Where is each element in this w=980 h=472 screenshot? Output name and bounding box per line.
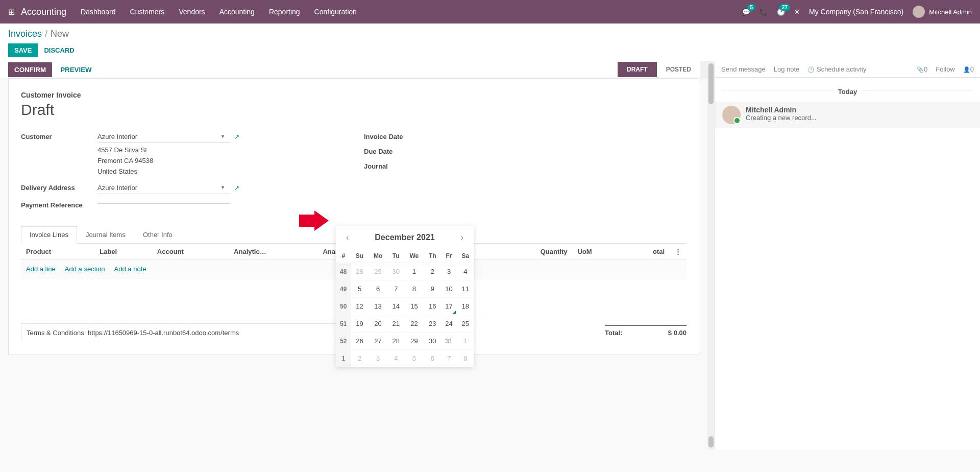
chevron-down-icon[interactable]: ▼ (220, 134, 225, 139)
log-note-button[interactable]: Log note (774, 65, 800, 73)
add-line-button[interactable]: Add a line (26, 265, 56, 273)
calendar-day[interactable]: 4 (457, 263, 474, 280)
statusbar: DRAFT POSTED (618, 62, 700, 77)
calendar-day[interactable]: 27 (368, 333, 387, 350)
menu-customers[interactable]: Customers (130, 8, 165, 16)
calendar-day[interactable]: 30 (388, 263, 404, 280)
calendar-day[interactable]: 16 (424, 298, 440, 315)
discard-button[interactable]: DISCARD (44, 43, 74, 57)
tab-other-info[interactable]: Other Info (134, 226, 181, 243)
payref-input[interactable] (97, 199, 230, 204)
add-section-button[interactable]: Add a section (65, 265, 105, 273)
col-analytic: Analytic… (229, 244, 317, 260)
add-note-button[interactable]: Add a note (114, 265, 146, 273)
calendar-day[interactable]: 9 (424, 280, 440, 298)
chevron-down-icon[interactable]: ▼ (220, 185, 225, 190)
breadcrumb-root[interactable]: Invoices (8, 29, 42, 39)
calendar-day[interactable]: 8 (404, 280, 424, 298)
calendar-day[interactable]: 6 (424, 350, 440, 367)
calendar-day[interactable]: 10 (441, 280, 457, 298)
external-link-icon[interactable]: ↗ (234, 133, 239, 140)
calendar-day[interactable]: 1 (404, 263, 424, 280)
user-menu[interactable]: Mitchell Admin (913, 6, 972, 18)
week-number: 49 (336, 280, 351, 298)
chatter-topbar: Send message Log note 🕐 Schedule activit… (715, 61, 980, 78)
followers-button[interactable]: 👤0 (963, 65, 974, 73)
col-uom: UoM (572, 244, 624, 260)
menu-accounting[interactable]: Accounting (219, 8, 255, 16)
breadcrumb: Invoices / New (8, 29, 972, 39)
calendar-day[interactable]: 14 (388, 298, 404, 315)
scrollbar[interactable] (700, 61, 707, 78)
calendar-day[interactable]: 12 (351, 298, 369, 315)
terms-box[interactable]: Terms & Conditions: https://11650969-15-… (21, 323, 358, 342)
save-button[interactable]: SAVE (8, 43, 38, 57)
calendar-day[interactable]: 5 (404, 350, 424, 367)
datepicker-title[interactable]: December 2021 (375, 233, 434, 242)
debug-icon[interactable]: ✕ (794, 8, 800, 16)
apps-icon[interactable]: ⊞ (8, 7, 15, 17)
app-name[interactable]: Accounting (21, 7, 66, 17)
clock-icon: 🕐 (807, 66, 815, 73)
calendar-day[interactable]: 22 (404, 315, 424, 333)
preview-button[interactable]: PREVIEW (60, 66, 91, 74)
tab-journal-items[interactable]: Journal Items (77, 226, 134, 243)
calendar-day[interactable]: 11 (457, 280, 474, 298)
calendar-day[interactable]: 3 (441, 263, 457, 280)
calendar-day[interactable]: 2 (351, 350, 369, 367)
menu-vendors[interactable]: Vendors (179, 8, 205, 16)
calendar-day[interactable]: 29 (404, 333, 424, 350)
calendar-day[interactable]: 1 (457, 333, 474, 350)
calendar-day[interactable]: 26 (351, 333, 369, 350)
calendar-day[interactable]: 25 (457, 315, 474, 333)
calendar-day[interactable]: 29 (368, 263, 387, 280)
calendar-day[interactable]: 18 (457, 298, 474, 315)
calendar-day[interactable]: 5 (351, 280, 369, 298)
calendar-day[interactable]: 19 (351, 315, 369, 333)
activity-icon[interactable]: 🕐27 (777, 8, 785, 16)
schedule-activity-button[interactable]: 🕐 Schedule activity (807, 65, 866, 73)
calendar-day[interactable]: 8 (457, 350, 474, 367)
calendar-day[interactable]: 6 (368, 280, 387, 298)
calendar-day[interactable]: 21 (388, 315, 404, 333)
tab-invoice-lines[interactable]: Invoice Lines (21, 226, 77, 244)
calendar-day[interactable]: 13 (368, 298, 387, 315)
customer-input[interactable]: Azure Interior ▼ (97, 131, 230, 143)
calendar-day[interactable]: 7 (441, 350, 457, 367)
calendar-day[interactable]: 24 (441, 315, 457, 333)
menu-dashboard[interactable]: Dashboard (81, 8, 116, 16)
follow-button[interactable]: Follow (936, 65, 955, 73)
calendar-day[interactable]: 2 (424, 263, 440, 280)
status-draft[interactable]: DRAFT (618, 62, 657, 77)
external-link-icon[interactable]: ↗ (234, 184, 239, 192)
company-switcher[interactable]: My Company (San Francisco) (809, 8, 903, 16)
message-text: Creating a new record... (746, 114, 817, 122)
calendar-day[interactable]: 20 (368, 315, 387, 333)
main-scrollbar[interactable] (707, 61, 715, 450)
datepicker-next-icon[interactable]: › (457, 231, 468, 244)
datepicker-prev-icon[interactable]: ‹ (342, 231, 353, 244)
week-number: 52 (336, 333, 351, 350)
col-menu-icon[interactable]: ⋮ (670, 244, 687, 260)
breadcrumb-sep: / (45, 29, 47, 39)
calendar-day[interactable]: 7 (388, 280, 404, 298)
status-posted[interactable]: POSTED (657, 62, 700, 77)
phone-icon[interactable]: 📞 (760, 8, 768, 16)
confirm-button[interactable]: CONFIRM (8, 62, 52, 77)
calendar-day[interactable]: 31 (441, 333, 457, 350)
calendar-day[interactable]: 23 (424, 315, 440, 333)
calendar-day[interactable]: 4 (388, 350, 404, 367)
calendar-day[interactable]: 28 (388, 333, 404, 350)
send-message-button[interactable]: Send message (721, 65, 766, 73)
calendar-day[interactable]: 3 (368, 350, 387, 367)
calendar-day[interactable]: 28 (351, 263, 369, 280)
delivery-input[interactable]: Azure Interior ▼ (97, 182, 230, 194)
menu-configuration[interactable]: Configuration (314, 8, 357, 16)
calendar-day[interactable]: 17 (441, 298, 457, 315)
chat-icon[interactable]: 💬5 (742, 8, 750, 16)
attachments-button[interactable]: 📎0 (917, 65, 927, 73)
menu-reporting[interactable]: Reporting (269, 8, 300, 16)
calendar-day[interactable]: 15 (404, 298, 424, 315)
calendar-day[interactable]: 30 (424, 333, 440, 350)
week-number: 50 (336, 298, 351, 315)
